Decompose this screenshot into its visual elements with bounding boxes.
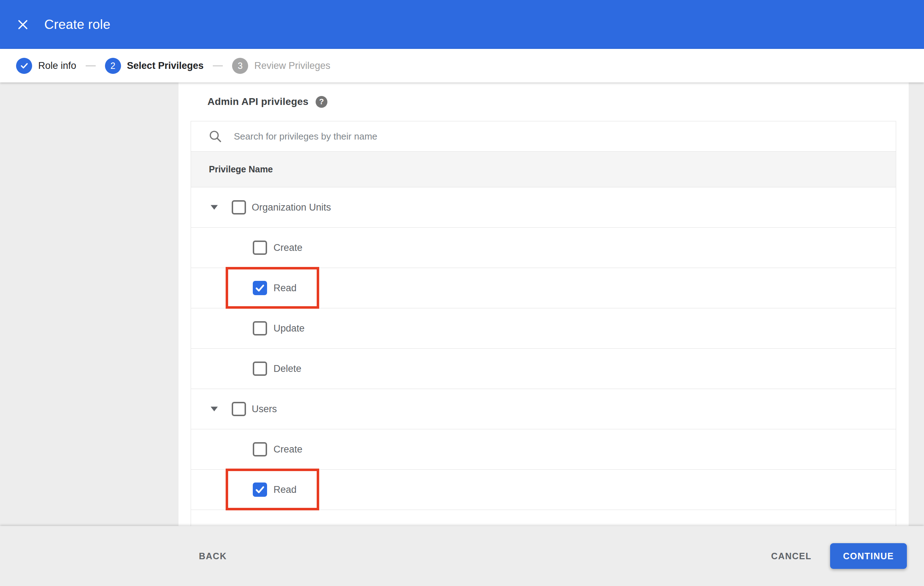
checkbox-unchecked[interactable] [253,321,267,336]
search-icon [208,130,222,143]
right-background-strip [909,82,924,526]
section-header: Admin API privileges ? [178,82,909,121]
dialog-title: Create role [44,17,111,32]
step-connector [86,65,96,66]
dialog-footer: BACK CANCEL CONTINUE [0,526,924,586]
continue-button[interactable]: CONTINUE [830,543,907,569]
search-input[interactable] [233,131,662,142]
checkbox-checked[interactable] [253,281,267,295]
close-icon[interactable] [15,17,31,33]
privilege-label: Read [274,484,297,495]
expand-collapse-triangle-icon[interactable] [211,407,218,412]
table-header-row: Privilege Name [191,151,896,188]
close-icon-glyph [16,18,30,31]
step-label: Review Privileges [254,60,330,71]
checkbox-unchecked[interactable] [253,362,267,376]
privilege-label: Create [274,444,302,455]
step-select-privileges[interactable]: 2 Select Privileges [105,58,204,74]
privilege-row: Users [191,389,896,429]
create-role-dialog: Create role Role info 2 Select Privilege… [0,0,924,586]
step-label: Role info [38,60,76,71]
cancel-button[interactable]: CANCEL [771,526,812,586]
privilege-row: Delete [191,349,896,389]
privilege-rows: Organization UnitsCreateReadUpdateDelete… [191,188,896,510]
step-role-info[interactable]: Role info [16,58,76,74]
checkbox-unchecked[interactable] [232,402,246,416]
content-panel: Admin API privileges ? Privilege Name Or… [178,82,909,526]
step-review-privileges[interactable]: 3 Review Privileges [232,58,330,74]
back-button[interactable]: BACK [199,526,227,586]
privilege-label: Read [274,283,297,294]
checkbox-checked[interactable] [253,482,267,497]
privilege-row: Read [191,268,896,308]
annotation-highlight-box [226,469,319,510]
stepper: Role info 2 Select Privileges 3 Review P… [0,49,924,82]
privilege-row: Create [191,429,896,470]
column-header-privilege-name: Privilege Name [209,164,273,174]
step-number-badge: 2 [105,58,121,74]
step-label: Select Privileges [127,60,204,71]
privilege-row: Read [191,470,896,510]
privilege-label: Organization Units [252,202,331,213]
privilege-row: Create [191,228,896,268]
privilege-label: Users [252,403,277,415]
step-connector [213,65,223,66]
dialog-header: Create role [0,0,924,49]
privileges-table: Privilege Name Organization UnitsCreateR… [191,121,896,526]
step-complete-check-icon [16,58,32,74]
privilege-label: Create [274,242,302,253]
checkbox-unchecked[interactable] [253,442,267,456]
annotation-highlight-box [226,267,319,309]
checkbox-unchecked[interactable] [232,200,246,214]
expand-collapse-triangle-icon[interactable] [211,205,218,210]
privilege-label: Delete [274,363,301,374]
search-bar [191,121,896,151]
left-background-strip [0,82,178,526]
privilege-row: Update [191,308,896,349]
help-icon[interactable]: ? [316,96,327,108]
section-title: Admin API privileges [208,96,309,107]
step-number-badge: 3 [232,58,248,74]
privilege-label: Update [274,323,305,334]
checkbox-unchecked[interactable] [253,240,267,255]
privilege-row: Organization Units [191,188,896,228]
